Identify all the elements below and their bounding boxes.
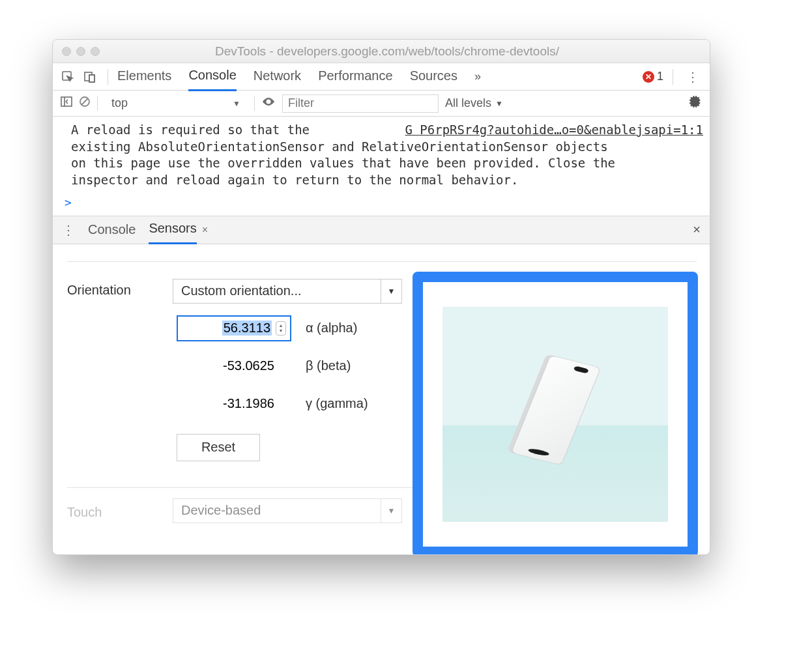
- touch-select-value: Device-based: [173, 503, 268, 518]
- beta-input[interactable]: -53.0625: [177, 353, 291, 379]
- alpha-stepper[interactable]: ▴▾: [276, 321, 286, 336]
- window-titlebar: DevTools - developers.google.com/web/too…: [53, 40, 710, 63]
- dropdown-arrow-icon: ▼: [495, 99, 503, 108]
- tabs-overflow-icon[interactable]: »: [474, 70, 481, 83]
- error-count: 1: [657, 70, 663, 83]
- dropdown-arrow-icon: ▼: [381, 499, 401, 522]
- inspect-element-icon[interactable]: [59, 68, 76, 85]
- gamma-input[interactable]: -31.1986: [177, 391, 291, 417]
- device-model[interactable]: [510, 360, 600, 469]
- reset-button[interactable]: Reset: [177, 434, 260, 461]
- alpha-label: α (alpha): [306, 321, 357, 336]
- orientation-label: Orientation: [67, 279, 158, 298]
- message-line-2: existing AbsoluteOrientationSensor and R…: [71, 139, 608, 154]
- dropdown-arrow-icon: ▼: [233, 99, 240, 108]
- dropdown-arrow-icon: ▼: [381, 279, 401, 303]
- alpha-input[interactable]: 56.3113 ▴▾: [177, 315, 291, 341]
- gamma-label: γ (gamma): [306, 396, 368, 411]
- svg-rect-2: [89, 75, 94, 82]
- beta-value: -53.0625: [223, 358, 274, 373]
- main-tabs: Elements Console Network Performance Sou…: [117, 63, 481, 91]
- console-filter-input[interactable]: [282, 94, 439, 113]
- orientation-select[interactable]: Custom orientation... ▼: [173, 279, 402, 304]
- context-value: top: [111, 96, 128, 110]
- tab-performance[interactable]: Performance: [318, 63, 393, 90]
- main-menu-icon[interactable]: ⋮: [682, 69, 703, 85]
- console-prompt[interactable]: >: [53, 192, 710, 216]
- message-source-link[interactable]: G P6rpRSr4g?autohide…o=0&enablejsapi=1:1: [405, 122, 703, 139]
- sensors-panel: Orientation Custom orientation... ▼ 56.3…: [53, 244, 710, 554]
- drawer-tabbar: ⋮ Console Sensors × ×: [53, 216, 710, 244]
- close-tab-icon[interactable]: ×: [202, 224, 208, 236]
- message-line-3: on this page use the overridden values t…: [71, 156, 615, 170]
- svg-point-6: [267, 100, 270, 103]
- orientation-select-value: Custom orientation...: [173, 283, 310, 298]
- touch-select[interactable]: Device-based ▼: [173, 498, 402, 523]
- alpha-value: 56.3113: [222, 321, 272, 336]
- devtools-window: DevTools - developers.google.com/web/too…: [52, 39, 710, 555]
- tab-console[interactable]: Console: [188, 63, 236, 91]
- tab-elements[interactable]: Elements: [117, 63, 171, 90]
- tab-sources[interactable]: Sources: [410, 63, 457, 90]
- console-settings-icon[interactable]: [689, 95, 702, 111]
- drawer-tab-console[interactable]: Console: [88, 216, 136, 244]
- error-icon: ✕: [643, 71, 654, 83]
- device-toolbar-icon[interactable]: [81, 68, 98, 85]
- close-drawer-icon[interactable]: ×: [693, 222, 701, 237]
- tab-network[interactable]: Network: [254, 63, 301, 90]
- message-line-4: inspector and reload again to return to …: [71, 173, 518, 187]
- execution-context-select[interactable]: top ▼: [104, 93, 248, 113]
- message-line-1: A reload is required so that the: [71, 122, 310, 137]
- gamma-value: -31.1986: [223, 396, 274, 411]
- window-title: DevTools - developers.google.com/web/too…: [74, 44, 701, 59]
- orientation-preview[interactable]: [442, 307, 668, 522]
- console-message: G P6rpRSr4g?autohide…o=0&enablejsapi=1:1…: [53, 117, 710, 192]
- orientation-preview-highlight: [413, 272, 698, 554]
- close-window-dot[interactable]: [62, 47, 71, 56]
- console-toolbar: top ▼ All levels ▼: [53, 91, 710, 117]
- prompt-chevron-icon: >: [65, 195, 72, 209]
- error-count-badge[interactable]: ✕ 1: [643, 70, 663, 83]
- divider: [67, 261, 697, 262]
- drawer-menu-icon[interactable]: ⋮: [62, 222, 75, 238]
- touch-label: Touch: [67, 501, 158, 520]
- levels-label: All levels: [445, 96, 491, 110]
- console-filter[interactable]: [282, 94, 439, 113]
- beta-label: β (beta): [306, 358, 351, 373]
- log-levels-select[interactable]: All levels ▼: [445, 96, 503, 110]
- console-sidebar-toggle-icon[interactable]: [61, 96, 72, 111]
- live-expression-icon[interactable]: [261, 94, 276, 112]
- clear-console-icon[interactable]: [79, 96, 91, 111]
- drawer-tab-sensors[interactable]: Sensors: [149, 215, 196, 244]
- main-tabbar: Elements Console Network Performance Sou…: [53, 63, 710, 91]
